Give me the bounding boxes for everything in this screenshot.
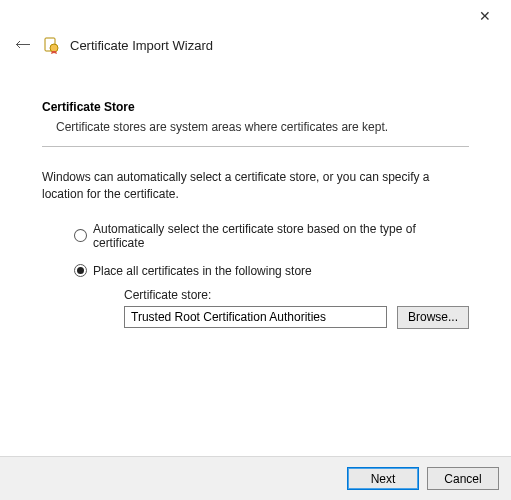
radio-icon xyxy=(74,229,87,242)
store-option-group: Automatically select the certificate sto… xyxy=(74,222,469,329)
certificate-store-input[interactable] xyxy=(124,306,387,328)
wizard-header: 🡐 Certificate Import Wizard xyxy=(0,30,511,64)
divider xyxy=(42,146,469,147)
option-auto-select[interactable]: Automatically select the certificate sto… xyxy=(74,222,469,250)
close-icon: ✕ xyxy=(479,8,491,24)
close-button[interactable]: ✕ xyxy=(465,4,505,28)
radio-icon xyxy=(74,264,87,277)
certificate-store-label: Certificate store: xyxy=(124,288,469,302)
back-button[interactable]: 🡐 xyxy=(14,36,32,54)
option-auto-label: Automatically select the certificate sto… xyxy=(93,222,469,250)
wizard-content: Certificate Store Certificate stores are… xyxy=(0,64,511,339)
wizard-footer: Next Cancel xyxy=(0,456,511,500)
certificate-wizard-icon xyxy=(42,36,60,54)
titlebar: ✕ xyxy=(0,0,511,30)
section-title: Certificate Store xyxy=(42,100,469,114)
browse-button[interactable]: Browse... xyxy=(397,306,469,329)
section-description: Certificate stores are system areas wher… xyxy=(56,120,469,134)
instructions-text: Windows can automatically select a certi… xyxy=(42,169,469,204)
certificate-store-block: Certificate store: Browse... xyxy=(124,288,469,329)
wizard-title: Certificate Import Wizard xyxy=(70,38,213,53)
cancel-button[interactable]: Cancel xyxy=(427,467,499,490)
option-place-all[interactable]: Place all certificates in the following … xyxy=(74,264,469,278)
certificate-store-row: Browse... xyxy=(124,306,469,329)
option-place-label: Place all certificates in the following … xyxy=(93,264,312,278)
svg-point-1 xyxy=(50,44,58,52)
next-button[interactable]: Next xyxy=(347,467,419,490)
